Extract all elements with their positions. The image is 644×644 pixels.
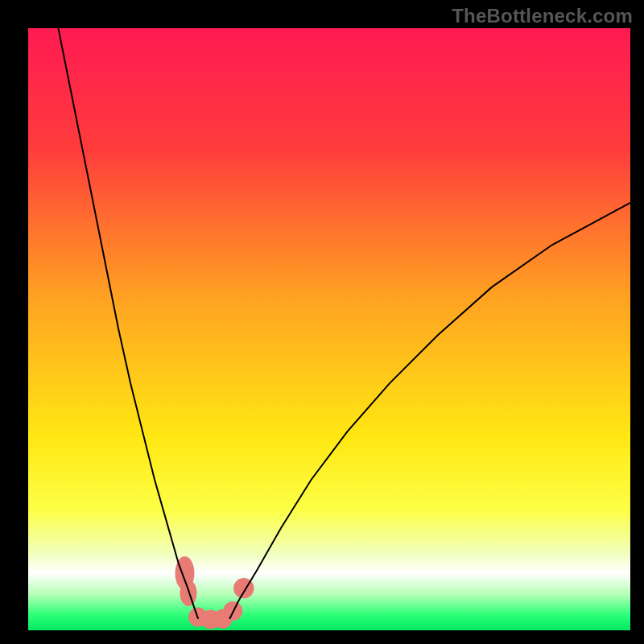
watermark-label: TheBottleneck.com [452,5,633,27]
plot-area [28,28,630,630]
data-marker [180,580,196,606]
outer-black-frame: TheBottleneck.com [0,0,644,644]
bottleneck-chart [28,28,630,630]
